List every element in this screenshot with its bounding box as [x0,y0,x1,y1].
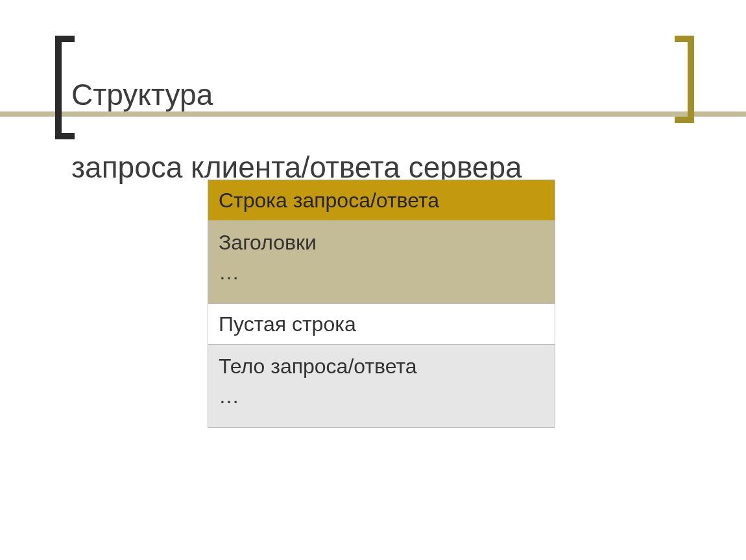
diagram-row-empty: Пустая строка [208,303,555,344]
statusline-text: Строка запроса/ответа [219,189,439,212]
http-structure-diagram: Строка запроса/ответа Заголовки … Пустая… [208,180,555,428]
diagram-row-statusline: Строка запроса/ответа [208,180,555,220]
empty-line-text: Пустая строка [219,312,356,336]
diagram-row-headers: Заголовки … [208,220,555,303]
body-ellipsis: … [219,384,239,408]
right-bracket-icon [675,36,694,123]
headers-ellipsis: … [219,261,239,284]
body-label: Тело запроса/ответа [219,355,417,378]
diagram-row-body: Тело запроса/ответа … [208,344,555,427]
slide-title: Структура запроса клиента/ответа сервера [71,40,522,185]
title-line1: Структура [71,78,213,111]
headers-label: Заголовки [219,231,317,254]
